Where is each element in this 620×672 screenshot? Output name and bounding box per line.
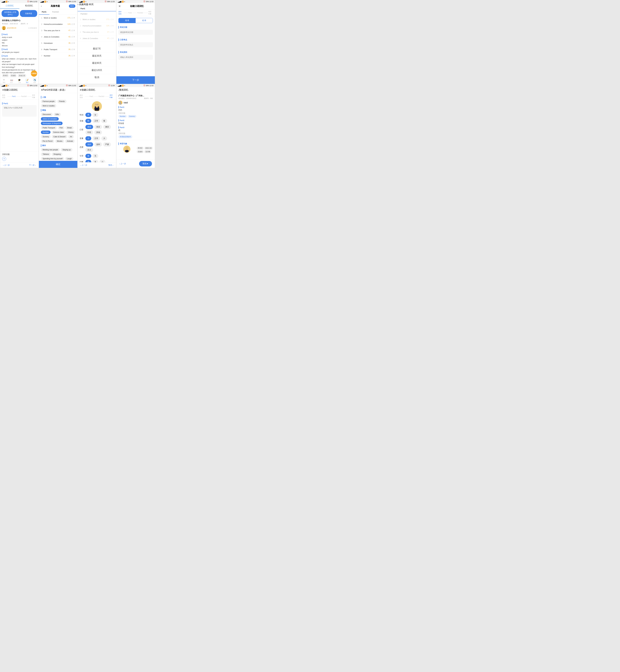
option-7days[interactable]: 最近7天: [78, 45, 116, 52]
nav-class[interactable]: 🎓 上课: [15, 79, 23, 84]
nav-study[interactable]: ✈️ 留学: [31, 79, 39, 84]
tag-slow[interactable]: 语速慢: [10, 74, 17, 77]
close-button-5[interactable]: ✕: [2, 89, 4, 91]
tag-pen[interactable]: Pen & Pencil: [41, 139, 54, 143]
question-item-5[interactable]: 5 Hometown 36人已考: [39, 40, 78, 46]
q3-item-2[interactable]: 2 Home/Accommodation 124人已考: [78, 23, 116, 29]
tag-shopping[interactable]: Shopping: [52, 152, 62, 156]
tag-science[interactable]: Science class: [52, 131, 65, 134]
cancel-button[interactable]: 取消: [78, 74, 116, 81]
chip-none[interactable]: 无: [86, 160, 91, 162]
option-120days[interactable]: 最近120天: [78, 67, 116, 74]
paper-exam-btn[interactable]: 纸考: [118, 18, 136, 23]
q3-item-3[interactable]: 3 The area you live in 47人已考: [78, 29, 116, 35]
location-button[interactable]: 深圳赛格人才培训中心: [2, 10, 19, 17]
nav-preview[interactable]: 👁 预览: [0, 79, 8, 84]
tag-tidiness[interactable]: Tidiness: [41, 152, 51, 156]
high-freq-button[interactable]: 高频考题: [20, 10, 37, 17]
subtab-part23[interactable]: Part2&3: [49, 9, 62, 15]
chip-in[interactable]: 印音: [86, 130, 93, 135]
chip-au[interactable]: 澳音: [103, 125, 111, 129]
exam-room-input[interactable]: [118, 55, 153, 60]
tag-break[interactable]: Break: [65, 126, 73, 130]
chip-many[interactable]: 多: [92, 160, 98, 162]
tag-meeting[interactable]: Meeting new people: [41, 148, 60, 151]
prev-button-5[interactable]: ‹ 上一步: [3, 164, 10, 166]
computer-exam-btn[interactable]: 机考: [136, 18, 153, 23]
question-item-1[interactable]: 1 Work or studies 171人已考: [39, 15, 78, 21]
tag-scenery[interactable]: Scenery: [41, 135, 51, 138]
tag-jokes[interactable]: Jokes & Comedies: [41, 117, 59, 121]
confirm-button[interactable]: 确定: [39, 161, 78, 168]
subtab-part23-3[interactable]: Part2&3: [78, 11, 116, 16]
back-button-3[interactable]: ‹: [78, 3, 79, 6]
subtab-part1[interactable]: Part1: [39, 9, 49, 15]
chip-slow[interactable]: 慢: [101, 119, 107, 123]
chip-female[interactable]: 女: [92, 113, 98, 117]
next-button-7[interactable]: 预览 ›: [108, 164, 113, 166]
chip-fast[interactable]: 快: [86, 119, 91, 123]
q3-item-4[interactable]: 4 Jokes & Comedies 47人已考: [78, 35, 116, 42]
exam-location-input[interactable]: [118, 42, 153, 47]
tag-fish[interactable]: Fish: [58, 126, 64, 130]
tag-history[interactable]: History: [66, 131, 75, 134]
option-30days[interactable]: 最近30天: [78, 52, 116, 60]
next-button-5[interactable]: 下一步 ›: [29, 164, 36, 166]
tab-bishii[interactable]: 笔试回忆: [19, 3, 39, 9]
chip-yes[interactable]: 有: [86, 154, 91, 158]
chip-few[interactable]: 小: [99, 160, 105, 162]
tag-newspaper[interactable]: Newspaper & Magazine: [41, 122, 63, 125]
tag-staying[interactable]: Staying up: [61, 148, 72, 151]
tab-kouyu[interactable]: 口语回忆: [0, 3, 19, 9]
chip-en[interactable]: 英音: [86, 125, 93, 129]
days-badge[interactable]: 60天: [69, 4, 75, 8]
prev-button-8[interactable]: ‹ 上一步: [119, 161, 126, 166]
question-item-6[interactable]: 6 Public Transport 26人已考: [39, 46, 78, 53]
nav-exam[interactable]: 📝 考试: [23, 79, 31, 84]
option-60days[interactable]: 最近60天: [78, 60, 116, 67]
chip-large[interactable]: 大: [101, 136, 107, 141]
question-item-7[interactable]: 7 Number 26人已考: [39, 53, 78, 59]
close-button[interactable]: ✕: [118, 4, 121, 8]
chip-normal-vol[interactable]: 正常: [92, 136, 100, 141]
tag-number[interactable]: Number: [41, 131, 51, 134]
tag-male[interactable]: 男考官: [2, 74, 9, 77]
close-button-6[interactable]: ✕: [41, 89, 43, 91]
tag-spending[interactable]: Spending time by yourself: [41, 157, 64, 160]
tag-accent[interactable]: 其他口音: [18, 74, 26, 77]
add-topic-button[interactable]: +: [2, 157, 6, 161]
nav-practice[interactable]: 📖 练习: [8, 79, 16, 84]
preview-button-8[interactable]: 预览►: [139, 161, 152, 166]
tag-friends[interactable]: Friends: [57, 100, 66, 103]
chip-small[interactable]: 小: [86, 136, 91, 141]
q3-item-1[interactable]: 1 Work or studies 171人已考: [78, 16, 116, 23]
prev-button-7[interactable]: ‹ 上一步: [81, 164, 87, 166]
tag-famous[interactable]: Famous people: [41, 100, 56, 103]
chip-strict[interactable]: 严肃: [103, 142, 111, 147]
days-badge-3[interactable]: 60天: [89, 3, 94, 6]
chip-normal[interactable]: 正常: [92, 119, 100, 123]
close-button-7[interactable]: ✕: [80, 89, 82, 91]
next-step-button[interactable]: 下一步: [116, 76, 155, 84]
tag-work[interactable]: Work or studies: [41, 104, 56, 107]
user-name[interactable]: 必过038133: [7, 27, 16, 29]
tag-discussion[interactable]: Discussion: [41, 113, 53, 116]
tag-cake[interactable]: Cake & Dessert: [52, 135, 67, 138]
chip-friendly[interactable]: 友好: [86, 142, 93, 147]
question-item-3[interactable]: 3 The area you live in 47人已考: [39, 28, 78, 34]
question-item-4[interactable]: 4 Jokes & Comedies 42人已考: [39, 34, 78, 40]
subtab-part1-3[interactable]: Part1: [78, 6, 116, 11]
tag-animals[interactable]: Animals: [65, 139, 75, 143]
chip-no-guide[interactable]: 无: [92, 154, 98, 158]
question-item-2[interactable]: 2 Home/Accommodation 124人已考: [39, 21, 78, 28]
tag-movies[interactable]: Movies: [55, 139, 64, 143]
tag-laugh[interactable]: Laugh: [65, 157, 73, 160]
tag-gifts[interactable]: Gifts: [54, 113, 61, 116]
tag-art[interactable]: Art: [68, 135, 74, 138]
chip-other-accent[interactable]: 其他: [94, 130, 102, 135]
exam-date-input[interactable]: [118, 30, 153, 35]
chip-us[interactable]: 美音: [94, 125, 102, 129]
chip-mild[interactable]: 温和: [94, 142, 102, 147]
tag-transport[interactable]: Public Transport: [41, 126, 57, 130]
part1-textarea[interactable]: [2, 105, 37, 116]
